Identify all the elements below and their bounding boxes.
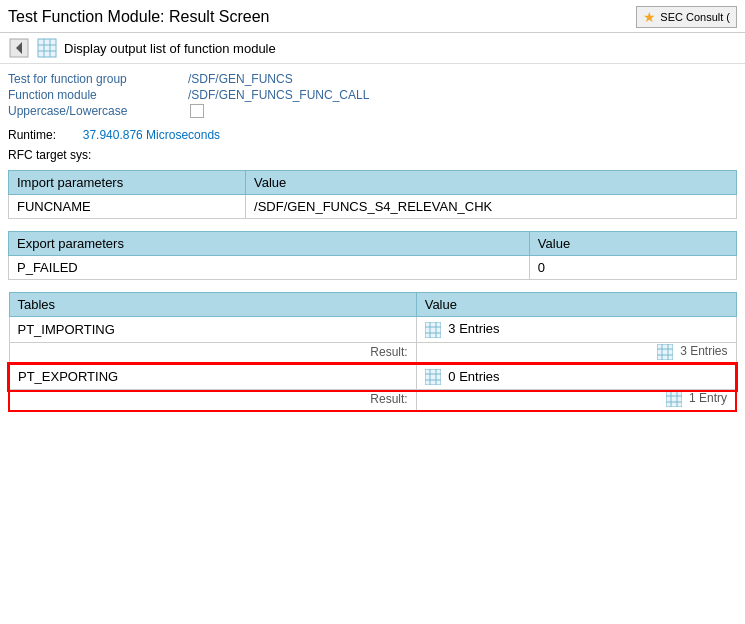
pt-exporting-row: PT_EXPORTING 0 Entries [9, 364, 736, 390]
tables-col2-header: Value [416, 293, 736, 317]
runtime-value: 37.940.876 Microseconds [83, 128, 220, 142]
function-module-value: /SDF/GEN_FUNCS_FUNC_CALL [188, 88, 369, 102]
import-col1-header: Import parameters [9, 171, 246, 195]
table-row: FUNCNAME /SDF/GEN_FUNCS_S4_RELEVAN_CHK [9, 195, 737, 219]
pt-importing-result-row: Result: 3 Entries [9, 342, 736, 364]
export-col1-header: Export parameters [9, 232, 530, 256]
sec-consult-label: SEC Consult ( [660, 11, 730, 23]
pt-exporting-result-label: Result: [9, 390, 416, 412]
import-value-funcname: /SDF/GEN_FUNCS_S4_RELEVAN_CHK [246, 195, 737, 219]
svg-rect-22 [666, 391, 682, 407]
svg-rect-17 [425, 369, 441, 385]
uppercase-checkbox[interactable] [190, 104, 204, 118]
runtime-section: Runtime: 37.940.876 Microseconds [0, 124, 745, 146]
pt-exporting-param: PT_EXPORTING [9, 364, 416, 390]
export-col2-header: Value [529, 232, 736, 256]
grid-icon-exporting [425, 369, 449, 384]
import-param-funcname: FUNCNAME [9, 195, 246, 219]
page-title: Test Function Module: Result Screen [8, 8, 269, 26]
star-icon: ★ [643, 9, 656, 25]
pt-exporting-result-entries: 1 Entry [416, 390, 736, 412]
import-parameters-table: Import parameters Value FUNCNAME /SDF/GE… [8, 170, 737, 219]
function-module-row: Function module /SDF/GEN_FUNCS_FUNC_CALL [8, 88, 737, 102]
import-col2-header: Value [246, 171, 737, 195]
toolbar-display-label: Display output list of function module [64, 41, 276, 56]
table-row: P_FAILED 0 [9, 256, 737, 280]
grid-icon-exporting-result [666, 391, 689, 405]
rfc-section: RFC target sys: [0, 146, 745, 170]
sec-consult-button[interactable]: ★ SEC Consult ( [636, 6, 737, 28]
back-icon[interactable] [8, 37, 30, 59]
uppercase-label: Uppercase/Lowercase [8, 104, 188, 118]
grid-icon-result [657, 344, 680, 358]
export-param-pfailed: P_FAILED [9, 256, 530, 280]
tables-col1-header: Tables [9, 293, 416, 317]
pt-importing-result-entries: 3 Entries [416, 342, 736, 364]
svg-rect-7 [425, 322, 441, 338]
pt-exporting-result-row: Result: 1 Entry [9, 390, 736, 412]
pt-importing-param: PT_IMPORTING [9, 317, 416, 343]
export-header-row: Export parameters Value [9, 232, 737, 256]
toolbar: Display output list of function module [0, 33, 745, 64]
svg-rect-2 [38, 39, 56, 57]
export-value-pfailed: 0 [529, 256, 736, 280]
grid-icon [425, 321, 449, 336]
function-module-label: Function module [8, 88, 188, 102]
pt-importing-result-label: Result: [9, 342, 416, 364]
grid-toolbar-icon[interactable] [36, 37, 58, 59]
tables-container: Import parameters Value FUNCNAME /SDF/GE… [0, 170, 745, 432]
runtime-label: Runtime: [8, 128, 56, 142]
title-bar: Test Function Module: Result Screen ★ SE… [0, 0, 745, 33]
tables-header-row: Tables Value [9, 293, 736, 317]
export-parameters-table: Export parameters Value P_FAILED 0 [8, 231, 737, 280]
table-row: PT_IMPORTING 3 Entries [9, 317, 736, 343]
function-group-label: Test for function group [8, 72, 188, 86]
pt-importing-entries: 3 Entries [416, 317, 736, 343]
rfc-label: RFC target sys: [8, 148, 91, 162]
pt-exporting-entries: 0 Entries [416, 364, 736, 390]
import-header-row: Import parameters Value [9, 171, 737, 195]
function-group-row: Test for function group /SDF/GEN_FUNCS [8, 72, 737, 86]
function-group-value: /SDF/GEN_FUNCS [188, 72, 293, 86]
svg-rect-12 [657, 344, 673, 360]
tables-table: Tables Value PT_IMPORTING [8, 292, 737, 412]
uppercase-row: Uppercase/Lowercase [8, 104, 737, 118]
info-section: Test for function group /SDF/GEN_FUNCS F… [0, 64, 745, 124]
